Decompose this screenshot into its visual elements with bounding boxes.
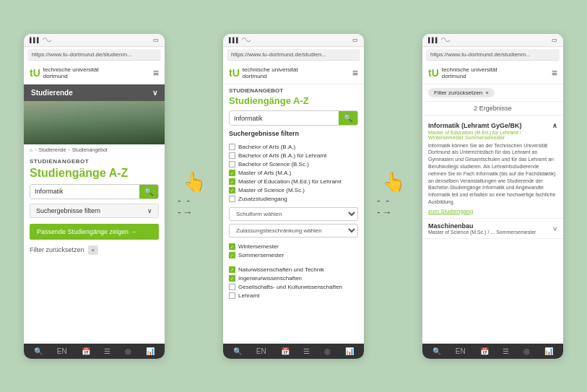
checkbox-winter[interactable] (229, 243, 235, 250)
bottom-nav-lang-1[interactable]: EN (57, 347, 67, 355)
bottom-nav-chart-1[interactable]: 📊 (146, 347, 155, 355)
checkbox-ma[interactable] (229, 170, 235, 176)
url-bar-2[interactable]: https://www.tu-dortmund.de/studien... (227, 49, 360, 61)
phone-2: ▌▌▌ ◠◡ ▭ https://www.tu-dortmund.de/stud… (223, 34, 364, 359)
result-link-1[interactable]: zum Studiengang (428, 208, 557, 214)
url-bar-1[interactable]: https://www.tu-dortmund.de/studienm... (27, 49, 161, 61)
checkbox-sommer[interactable] (229, 252, 235, 258)
nav-dropdown-1[interactable]: Studierende ∨ (24, 84, 165, 101)
nav-label-1: Studierende (31, 89, 73, 97)
filter-chip-x-3: × (485, 90, 489, 96)
tu-logo-icon-2: tU (229, 67, 240, 79)
filter-header-label-1: Suchergebnisse filtern (36, 207, 100, 214)
tu-logo-2: tU technische universität dortmund (229, 66, 298, 80)
filter-reset-label-1: Filter zurücksetzen (30, 246, 84, 253)
tu-logo-text-1: technische universität dortmund (43, 66, 99, 80)
breadcrumb-1: ⌂ › Studierende › Studienangebot (24, 144, 165, 155)
result-chevron-up-1[interactable]: ∧ (552, 122, 557, 129)
bottom-nav-loc-3[interactable]: ◎ (523, 347, 530, 355)
search-input-2[interactable] (230, 111, 339, 125)
tu-logo-3: tU technische universität dortmund (428, 66, 497, 80)
filter-label-msc: Master of Science (M.Sc.) (238, 187, 305, 193)
bottom-nav-cal-1[interactable]: 📅 (82, 347, 90, 355)
bottom-nav-loc-2[interactable]: ◎ (324, 347, 331, 355)
hamburger-icon-2[interactable]: ≡ (352, 67, 358, 79)
signal-icon-2: ▌▌▌ (229, 38, 240, 43)
checkbox-ba-lehramt[interactable] (229, 152, 235, 159)
bottom-nav-loc-1[interactable]: ◎ (125, 347, 131, 355)
filter-label-winter: Wintersemester (238, 243, 279, 250)
bottom-nav-2: 🔍 EN 📅 ☰ ◎ 📊 (223, 344, 364, 359)
url-bar-3[interactable]: https://www.tu-dortmund.de/studienm... (426, 49, 560, 61)
bottom-nav-3: 🔍 EN 📅 ☰ ◎ 📊 (422, 344, 563, 359)
bottom-nav-lang-2[interactable]: EN (256, 347, 266, 355)
filter-item-winter: Wintersemester (229, 242, 358, 251)
bottom-nav-chart-2[interactable]: 📊 (345, 347, 354, 355)
bottom-nav-search-1[interactable]: 🔍 (34, 347, 43, 355)
checkbox-ba[interactable] (229, 144, 235, 150)
hamburger-icon-1[interactable]: ≡ (153, 67, 159, 79)
bottom-nav-cal-3[interactable]: 📅 (480, 347, 489, 355)
filter-x-label-1: × (92, 247, 95, 253)
filter-list-2: Bachelor of Arts (B.A.) Bachelor of Arts… (223, 139, 364, 206)
result-item-2[interactable]: Maschinenbau Master of Science (M.Sc.) /… (422, 219, 563, 239)
schulform-select-2[interactable]: Schulform wählen (229, 207, 358, 221)
studienangebot-label-2: STUDIENANGEBOT (223, 84, 364, 94)
battery-icon: ▭ (153, 37, 159, 43)
bottom-nav-menu-3[interactable]: ☰ (503, 347, 509, 355)
checkbox-zusatz[interactable] (229, 196, 235, 202)
filter-item-msc: Master of Science (M.Sc.) (229, 186, 358, 194)
checkbox-med[interactable] (229, 178, 235, 185)
search-button-1[interactable]: 🔍 (139, 185, 158, 199)
wifi-icon-2: ◠◡ (242, 37, 251, 43)
section-title-1: Studiengänge A-Z (24, 165, 165, 184)
status-bar-3: ▌▌▌ ◠◡ ▭ (422, 34, 563, 47)
filter-item-nwt: Naturwissenschaften und Technik (229, 265, 358, 274)
checkbox-msc[interactable] (229, 187, 235, 193)
checkbox-bsc[interactable] (229, 161, 235, 167)
checkbox-nwt[interactable] (229, 266, 235, 273)
result-chevron-down-2[interactable]: ∨ (552, 225, 557, 232)
bottom-nav-menu-2[interactable]: ☰ (303, 347, 310, 355)
filter-label-ing: Ingenieurwissenschaften (238, 275, 302, 282)
search-button-2[interactable]: 🔍 (339, 111, 357, 125)
filter-header-1[interactable]: Suchergebnisse filtern ∨ (30, 204, 159, 218)
filter-reset-row-3: Filter zurücksetzen × (428, 88, 557, 97)
filter-item-bsc: Bachelor of Science (B.Sc.) (229, 160, 358, 168)
hero-image-bg-1 (24, 101, 165, 144)
passende-btn-1[interactable]: Passende Studiengänge zeigen → (30, 224, 159, 240)
checkbox-gkw[interactable] (229, 284, 235, 290)
filter-chevron-1: ∨ (147, 207, 152, 214)
bottom-nav-search-2[interactable]: 🔍 (233, 347, 242, 355)
nav-chevron-1: ∨ (152, 89, 157, 97)
hamburger-icon-3[interactable]: ≡ (552, 67, 557, 79)
bottom-nav-chart-3[interactable]: 📊 (544, 347, 553, 355)
filter-label-bsc: Bachelor of Science (B.Sc.) (238, 161, 309, 167)
checkbox-ing[interactable] (229, 275, 235, 282)
filter-label-zusatz: Zusatzstudiengang (238, 196, 287, 202)
result-title-1: Informatik (Lehramt GyGe/BK) ∧ (428, 122, 557, 129)
battery-icon-3: ▭ (552, 37, 557, 43)
filter-reset-tag-1[interactable]: × (88, 245, 99, 255)
section-label-1: STUDIENANGEBOT (24, 155, 165, 165)
signal-icons-2: ▌▌▌ ◠◡ (229, 37, 251, 43)
filter-chip-3[interactable]: Filter zurücksetzen × (428, 88, 495, 97)
checkbox-lehramt[interactable] (229, 292, 235, 299)
tu-header-1: tU technische universität dortmund ≡ (24, 63, 165, 84)
hand-cursor-icon-1: 👆 (183, 171, 206, 193)
bottom-nav-menu-1[interactable]: ☰ (104, 347, 110, 355)
filter-item-ma: Master of Arts (M.A.) (229, 168, 358, 177)
filter-section-1: Suchergebnisse filtern ∨ (30, 204, 159, 218)
bottom-nav-lang-3[interactable]: EN (456, 347, 466, 355)
bottom-nav-search-3[interactable]: 🔍 (432, 347, 441, 355)
search-input-1[interactable] (30, 185, 139, 199)
tu-logo-1: tU technische universität dortmund (30, 66, 99, 80)
hand-cursor-icon-2: 👆 (382, 171, 405, 193)
filter-item-ba-lehramt: Bachelor of Arts (B.A.) für Lehramt (229, 151, 358, 160)
tu-header-2: tU technische universität dortmund ≡ (223, 63, 364, 84)
filter-item-med: Master of Education (M.Ed.) für Lehramt (229, 177, 358, 186)
filter-reset-1: Filter zurücksetzen × (30, 245, 159, 255)
arrow-2-container: 👆 - - -→ (377, 153, 409, 240)
zulassung-select-2[interactable]: Zulassungsbeschränkung wählen (229, 224, 358, 238)
bottom-nav-cal-2[interactable]: 📅 (281, 347, 290, 355)
